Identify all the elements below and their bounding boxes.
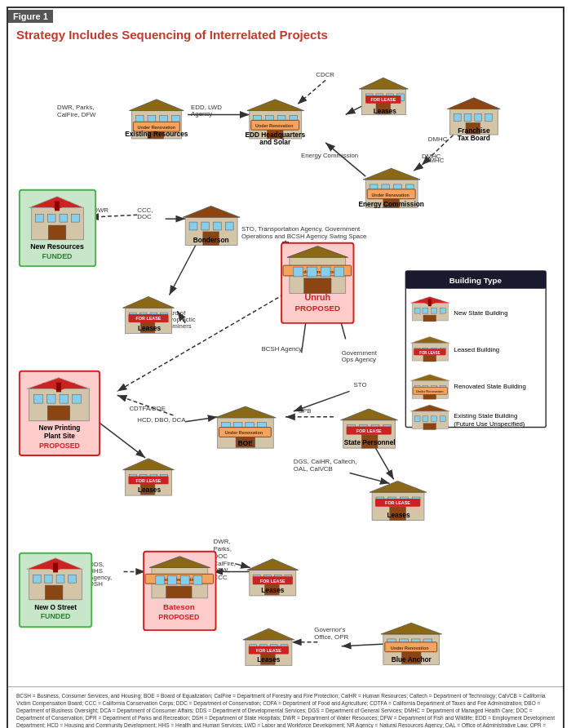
svg-text:Office, OPR: Office, OPR <box>314 633 348 641</box>
svg-text:FOR LEASE: FOR LEASE <box>356 428 382 433</box>
svg-text:DMHC: DMHC <box>428 135 448 143</box>
svg-rect-136 <box>308 267 317 277</box>
svg-text:DWR,: DWR, <box>214 538 231 545</box>
svg-text:Governor's: Governor's <box>314 626 345 633</box>
svg-rect-293 <box>423 424 436 430</box>
svg-marker-175 <box>341 409 398 420</box>
building-label-energy-commission: Energy Commission <box>358 200 424 208</box>
svg-text:Energy Commission: Energy Commission <box>301 152 358 159</box>
svg-text:STO, Transportation Agency, Go: STO, Transportation Agency, Government <box>241 225 361 233</box>
svg-text:Renovated State Building: Renovated State Building <box>454 383 526 390</box>
svg-text:Building Type: Building Type <box>449 276 502 285</box>
svg-text:BCSH Agency: BCSH Agency <box>262 345 303 353</box>
svg-text:Existing State Building: Existing State Building <box>454 412 517 419</box>
svg-text:Under Renovation: Under Renovation <box>160 577 197 582</box>
svg-text:Under Renovation: Under Renovation <box>371 193 409 198</box>
svg-rect-126 <box>201 222 210 230</box>
svg-text:DWR, Parks,: DWR, Parks, <box>57 104 94 111</box>
svg-marker-193 <box>370 481 427 492</box>
svg-rect-210 <box>69 575 77 583</box>
svg-text:New State Building: New State Building <box>454 309 507 317</box>
building-bateson: Under Renovation Bateson PROPOSED <box>144 552 215 630</box>
building-unruh: Under Renovation Unruh PROPOSED <box>281 243 353 323</box>
svg-marker-124 <box>183 206 240 217</box>
svg-rect-289 <box>414 416 420 422</box>
svg-text:FOR LEASE: FOR LEASE <box>136 478 162 483</box>
building-label-existing-resources: Existing Resources <box>125 130 188 138</box>
building-label-leases-mid2: Leases <box>138 486 162 494</box>
svg-marker-102 <box>363 168 420 180</box>
figure-container: Figure 1 Strategy Includes Sequencing of… <box>7 7 564 728</box>
svg-text:Under Renovation: Under Renovation <box>416 389 444 393</box>
svg-rect-262 <box>423 308 428 313</box>
svg-text:HCD, DBO, DCA: HCD, DBO, DCA <box>137 416 186 424</box>
svg-rect-273 <box>423 355 436 362</box>
svg-rect-128 <box>225 222 233 230</box>
footer-text: BCSH = Business, Consumer Services, and … <box>8 686 563 728</box>
svg-line-16 <box>414 165 422 171</box>
svg-rect-260 <box>428 299 432 306</box>
svg-line-26 <box>170 239 199 295</box>
svg-marker-143 <box>123 296 175 308</box>
svg-text:FUNDED: FUNDED <box>42 252 73 260</box>
figure-title: Strategy Includes Sequencing of Interrel… <box>8 23 563 45</box>
svg-rect-158 <box>46 394 55 403</box>
svg-rect-97 <box>464 113 471 121</box>
svg-text:New O Street: New O Street <box>34 603 77 611</box>
building-label-blue-anchor: Blue Anchor <box>392 655 432 664</box>
svg-marker-86 <box>359 78 408 89</box>
svg-text:OAL, CalVCB: OAL, CalVCB <box>294 465 333 473</box>
svg-text:STO: STO <box>354 381 367 388</box>
svg-text:FOR LEASE: FOR LEASE <box>370 97 396 102</box>
svg-rect-160 <box>73 394 82 403</box>
svg-rect-99 <box>485 113 493 121</box>
svg-rect-139 <box>304 278 331 294</box>
svg-text:DOC: DOC <box>137 213 152 220</box>
svg-rect-290 <box>423 416 428 422</box>
building-label-leases-bottom: Leases <box>257 655 281 664</box>
svg-text:Unruh: Unruh <box>304 292 330 302</box>
svg-text:(Future Use Unspecified): (Future Use Unspecified) <box>454 420 525 428</box>
svg-line-61 <box>235 564 250 568</box>
svg-text:EDD, LWD: EDD, LWD <box>191 104 222 111</box>
svg-text:New Resources: New Resources <box>30 243 84 251</box>
svg-line-44 <box>185 417 217 422</box>
svg-text:PROPOSED: PROPOSED <box>158 613 199 621</box>
svg-text:Bateson: Bateson <box>163 602 195 611</box>
svg-text:Under Renovation: Under Renovation <box>255 123 293 128</box>
svg-text:CDCR: CDCR <box>316 71 334 78</box>
svg-text:FOR LEASE: FOR LEASE <box>136 316 162 321</box>
dmhc-label: DMHC <box>422 153 441 161</box>
svg-rect-117 <box>47 214 55 222</box>
svg-rect-209 <box>56 575 64 583</box>
funded-box-new-o-street: New O Street FUNDED <box>20 553 91 627</box>
svg-text:FOR LEASE: FOR LEASE <box>385 500 410 505</box>
svg-marker-68 <box>129 100 184 111</box>
svg-rect-261 <box>414 308 420 313</box>
building-label-bonderson: Bonderson <box>193 236 229 244</box>
svg-rect-159 <box>60 394 69 403</box>
svg-text:DGS, CalHR, Caltech,: DGS, CalHR, Caltech, <box>294 458 357 465</box>
svg-line-8 <box>298 80 325 104</box>
svg-text:CalFire, DFW: CalFire, DFW <box>57 111 96 118</box>
legend-box: Building Type New State Building <box>405 271 546 430</box>
svg-line-48 <box>350 473 390 484</box>
svg-text:Plant Site: Plant Site <box>44 432 75 440</box>
diagram-svg: DWR, Parks, CalFire, DFW EDD, LWD Agency… <box>13 45 558 681</box>
svg-rect-156 <box>56 383 61 393</box>
svg-rect-138 <box>334 267 344 277</box>
svg-text:Parks,: Parks, <box>214 545 232 553</box>
svg-rect-223 <box>166 586 192 598</box>
svg-rect-96 <box>454 113 461 121</box>
svg-marker-166 <box>215 406 277 418</box>
svg-rect-264 <box>440 308 446 313</box>
svg-rect-137 <box>321 267 330 277</box>
svg-text:FOR LEASE: FOR LEASE <box>419 351 440 355</box>
building-label-leases-btm-right: Leases <box>387 511 410 519</box>
svg-text:Agency: Agency <box>191 110 212 118</box>
svg-rect-219 <box>156 575 165 584</box>
svg-text:FOR LEASE: FOR LEASE <box>256 648 281 653</box>
svg-rect-220 <box>168 575 177 584</box>
building-label-leases-mid: Leases <box>138 324 162 332</box>
svg-marker-95 <box>447 98 500 109</box>
